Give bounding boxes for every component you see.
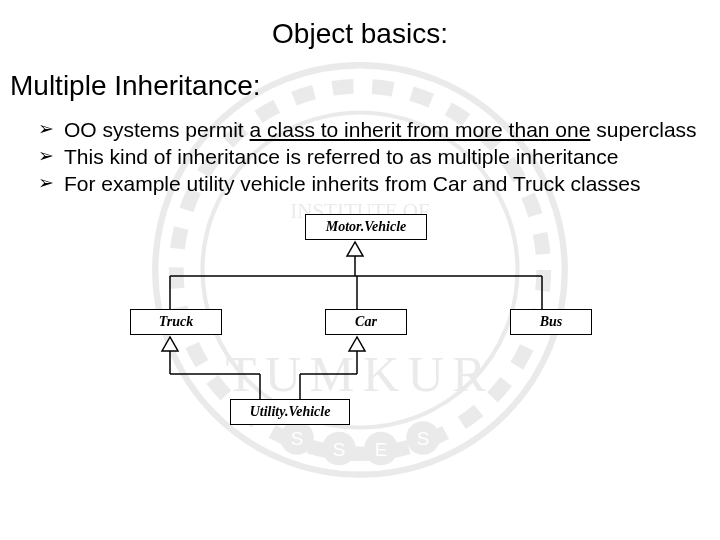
class-box-motorvehicle: Motor.Vehicle	[305, 214, 427, 240]
svg-text:E: E	[375, 439, 388, 460]
class-box-utility: Utility.Vehicle	[230, 399, 350, 425]
svg-marker-19	[162, 337, 178, 351]
svg-marker-13	[347, 242, 363, 256]
page-title: Object basics:	[10, 18, 710, 50]
bullet-1-post: superclass	[590, 118, 696, 141]
class-box-truck: Truck	[130, 309, 222, 335]
bullet-1: OO systems permit a class to inherit fro…	[38, 118, 710, 143]
svg-text:S: S	[333, 439, 346, 460]
bullet-1-pre: OO systems permit	[64, 118, 250, 141]
svg-marker-23	[349, 337, 365, 351]
bullet-2: This kind of inheritance is referred to …	[38, 145, 710, 170]
class-box-bus: Bus	[510, 309, 592, 335]
section-heading: Multiple Inheritance:	[10, 70, 710, 102]
inheritance-diagram: Motor.Vehicle Truck Car Bus Utility.Vehi…	[110, 214, 610, 434]
bullet-list: OO systems permit a class to inherit fro…	[38, 118, 710, 196]
class-box-car: Car	[325, 309, 407, 335]
bullet-1-underline: a class to inherit from more than one	[250, 118, 591, 141]
bullet-3: For example utility vehicle inherits fro…	[38, 172, 710, 197]
